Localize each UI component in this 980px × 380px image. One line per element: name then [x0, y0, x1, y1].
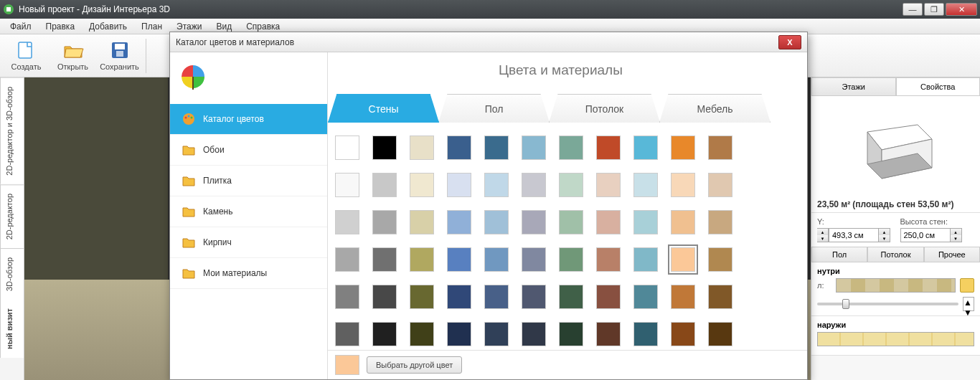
scale-slider[interactable]: [817, 303, 958, 305]
menu-help[interactable]: Справка: [239, 22, 287, 32]
color-swatch[interactable]: [410, 285, 434, 309]
color-swatch[interactable]: [522, 285, 546, 309]
category-мои-материалы[interactable]: Мои материалы: [170, 258, 327, 289]
texture-preview-outside[interactable]: [817, 332, 974, 346]
vtab-visit[interactable]: ный визит: [0, 300, 24, 358]
color-swatch[interactable]: [410, 136, 434, 160]
color-swatch[interactable]: [447, 247, 471, 272]
color-swatch[interactable]: [559, 247, 583, 272]
menu-floors[interactable]: Этажи: [169, 22, 209, 32]
y-spin-left[interactable]: ▲▼: [817, 228, 829, 242]
subtab-floor[interactable]: Пол: [811, 247, 867, 262]
close-button[interactable]: ✕: [946, 3, 977, 16]
color-swatch[interactable]: [372, 247, 397, 272]
color-swatch[interactable]: [447, 322, 471, 346]
color-swatch[interactable]: [484, 136, 509, 160]
color-swatch[interactable]: [596, 285, 621, 309]
color-swatch[interactable]: [447, 210, 471, 234]
subtab-other[interactable]: Прочее: [924, 247, 980, 262]
color-swatch[interactable]: [522, 173, 546, 197]
color-swatch[interactable]: [410, 173, 434, 197]
color-swatch[interactable]: [522, 247, 546, 272]
height-input[interactable]: [900, 228, 951, 242]
color-swatch[interactable]: [708, 322, 732, 346]
color-swatch[interactable]: [633, 247, 658, 272]
y-input[interactable]: [829, 228, 879, 242]
color-swatch[interactable]: [484, 210, 509, 234]
category-камень[interactable]: Камень: [170, 196, 327, 227]
color-swatch[interactable]: [559, 285, 583, 309]
color-swatch[interactable]: [410, 247, 434, 272]
color-swatch[interactable]: [633, 322, 658, 346]
menu-plan[interactable]: План: [134, 22, 169, 32]
color-swatch[interactable]: [335, 322, 359, 346]
color-swatch[interactable]: [708, 285, 732, 309]
color-swatch[interactable]: [596, 173, 621, 197]
pick-other-color-button[interactable]: Выбрать другой цвет: [367, 356, 462, 374]
minimize-button[interactable]: —: [903, 3, 923, 16]
tab-floors[interactable]: Этажи: [811, 77, 896, 95]
scale-spin[interactable]: ▲▼: [963, 297, 974, 311]
maximize-button[interactable]: ❐: [924, 3, 944, 16]
color-swatch[interactable]: [596, 210, 621, 234]
color-swatch[interactable]: [708, 210, 732, 234]
color-swatch[interactable]: [335, 285, 359, 309]
color-swatch[interactable]: [522, 136, 546, 160]
color-swatch[interactable]: [410, 210, 434, 234]
category-каталог-цветов[interactable]: Каталог цветов: [170, 104, 327, 135]
vtab-2d3d[interactable]: 2D-редактор и 3D-обзор: [0, 77, 24, 184]
color-swatch[interactable]: [522, 210, 546, 234]
color-swatch[interactable]: [633, 285, 658, 309]
color-swatch[interactable]: [671, 322, 695, 346]
menu-file[interactable]: Файл: [3, 22, 39, 32]
color-swatch[interactable]: [559, 173, 583, 197]
height-spin[interactable]: ▲▼: [951, 228, 962, 242]
category-обои[interactable]: Обои: [170, 135, 327, 166]
color-swatch[interactable]: [633, 136, 658, 160]
dialog-close-button[interactable]: X: [778, 35, 801, 49]
color-swatch[interactable]: [596, 247, 621, 272]
color-swatch[interactable]: [596, 322, 621, 346]
color-swatch[interactable]: [671, 136, 695, 160]
color-swatch[interactable]: [410, 322, 434, 346]
color-swatch[interactable]: [372, 136, 397, 160]
color-swatch[interactable]: [335, 173, 359, 197]
vtab-3d[interactable]: 3D-обзор: [0, 248, 24, 300]
dialog-titlebar[interactable]: Каталог цветов и материалов X: [170, 32, 807, 52]
color-swatch[interactable]: [447, 173, 471, 197]
tab-properties[interactable]: Свойства: [896, 77, 981, 95]
color-swatch[interactable]: [671, 285, 695, 309]
color-swatch[interactable]: [335, 247, 359, 272]
color-swatch[interactable]: [484, 285, 509, 309]
color-swatch[interactable]: [671, 210, 695, 234]
color-swatch[interactable]: [633, 173, 658, 197]
color-swatch[interactable]: [671, 173, 695, 197]
color-swatch[interactable]: [447, 285, 471, 309]
dlgtab-furniture[interactable]: Мебель: [659, 94, 771, 123]
color-swatch[interactable]: [596, 136, 621, 160]
color-swatch[interactable]: [372, 210, 397, 234]
color-swatch[interactable]: [335, 210, 359, 234]
menu-edit[interactable]: Правка: [39, 22, 83, 32]
color-swatch[interactable]: [372, 285, 397, 309]
toolbar-save[interactable]: Сохранить: [96, 36, 143, 76]
color-swatch[interactable]: [708, 173, 732, 197]
toolbar-open[interactable]: Открыть: [50, 36, 96, 76]
subtab-ceiling[interactable]: Потолок: [867, 247, 923, 262]
slider-thumb[interactable]: [842, 299, 849, 309]
menu-add[interactable]: Добавить: [82, 22, 134, 32]
color-swatch[interactable]: [559, 210, 583, 234]
toolbar-create[interactable]: Создать: [3, 36, 50, 76]
color-swatch[interactable]: [372, 173, 397, 197]
color-swatch[interactable]: [633, 210, 658, 234]
dlgtab-ceiling[interactable]: Потолок: [549, 94, 660, 123]
color-swatch[interactable]: [484, 173, 509, 197]
color-swatch[interactable]: [522, 322, 546, 346]
texture-preview-inside[interactable]: [836, 278, 956, 293]
color-swatch[interactable]: [484, 247, 509, 272]
color-swatch[interactable]: [708, 136, 732, 160]
dlgtab-walls[interactable]: Стены: [328, 94, 439, 123]
color-swatch[interactable]: [335, 136, 359, 160]
color-swatch[interactable]: [484, 322, 509, 346]
y-spin-right[interactable]: ▲▼: [879, 228, 890, 242]
